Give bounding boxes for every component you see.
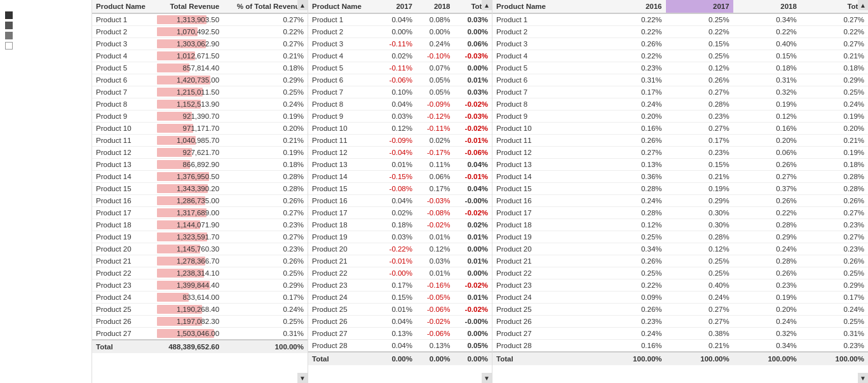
table3-scroll-up[interactable]: ▲ <box>858 0 868 10</box>
legend-box-2019 <box>5 42 13 50</box>
table3-scroll-down[interactable]: ▼ <box>858 373 868 383</box>
t2-total: -0.02% <box>454 279 492 292</box>
t2-2018: 0.05% <box>416 74 454 86</box>
legend-item-2018[interactable] <box>5 32 86 39</box>
t3-2018: 0.16% <box>733 123 801 135</box>
table3-wrapper[interactable]: Product Name 2016 2017 2018 Total Produc… <box>492 0 868 383</box>
t1-pct: 0.31% <box>223 328 308 340</box>
t3-total: 0.26% <box>801 255 868 267</box>
table-row: Product 18 1,144,071.90 0.23% <box>92 219 308 231</box>
table-row: Product 24 833,614.00 0.17% <box>92 292 308 304</box>
t3-2018: 0.06% <box>733 147 801 159</box>
t1-footer-pct: 100.00% <box>223 340 308 353</box>
t3-2016: 0.23% <box>598 62 665 74</box>
t1-product-name: Product 26 <box>92 316 157 328</box>
t2-product-name: Product 7 <box>308 86 379 98</box>
table-row: Product 11 1,040,985.70 0.21% <box>92 135 308 147</box>
t2-2017: -0.08% <box>379 183 416 195</box>
table-row: Product 7 0.17% 0.27% 0.32% 0.25% <box>492 86 868 98</box>
t3-2018: 0.28% <box>733 219 801 231</box>
table2-scroll-down[interactable]: ▼ <box>482 373 492 383</box>
t3-total: 0.27% <box>801 38 868 50</box>
t1-revenue: 1,070,492.50 <box>157 26 223 38</box>
legend-item-2017[interactable] <box>5 22 86 29</box>
t2-2018: 0.12% <box>416 243 454 255</box>
table-row: Product 13 866,892.90 0.18% <box>92 159 308 171</box>
t2-2017: 0.04% <box>379 195 416 207</box>
t3-2018: 0.27% <box>733 171 801 183</box>
t1-pct: 0.28% <box>223 171 308 183</box>
t1-pct: 0.18% <box>223 62 308 74</box>
table-row: Product 22 0.25% 0.25% 0.26% 0.25% <box>492 267 868 279</box>
t3-header-2017: 2017 <box>666 0 733 13</box>
table2-scroll-up[interactable]: ▲ <box>482 0 492 10</box>
t3-product-name: Product 28 <box>492 340 598 353</box>
table1-scroll-down[interactable]: ▼ <box>297 373 308 383</box>
t1-revenue: 1,197,082.30 <box>157 316 223 328</box>
t1-pct: 0.25% <box>223 86 308 98</box>
t2-product-name: Product 17 <box>308 207 379 219</box>
t1-revenue: 1,190,268.40 <box>157 304 223 316</box>
table-row: Product 1 1,313,903.50 0.27% <box>92 13 308 26</box>
t2-product-name: Product 13 <box>308 159 379 171</box>
table1-scroll-up[interactable]: ▲ <box>297 0 308 10</box>
t1-pct: 0.29% <box>223 279 308 292</box>
t1-pct: 0.21% <box>223 50 308 62</box>
t3-2018: 0.24% <box>733 243 801 255</box>
t1-product-name: Product 1 <box>92 13 157 26</box>
t3-2018: 0.31% <box>733 74 801 86</box>
t1-product-name: Product 17 <box>92 207 157 219</box>
t2-product-name: Product 5 <box>308 62 379 74</box>
legend-item-2016[interactable] <box>5 11 86 19</box>
t3-footer-2016: 100.00% <box>598 352 665 365</box>
t2-header-name: Product Name <box>308 0 379 13</box>
table2-wrapper[interactable]: Product Name 2017 2018 Total Product 1 0… <box>308 0 492 383</box>
t2-product-name: Product 3 <box>308 38 379 50</box>
table-row: Product 8 0.24% 0.28% 0.19% 0.24% <box>492 98 868 111</box>
t2-2018: -0.06% <box>416 328 454 340</box>
t3-2018: 0.32% <box>733 86 801 98</box>
t3-2018: 0.28% <box>733 255 801 267</box>
t3-2018: 0.24% <box>733 316 801 328</box>
t3-2018: 0.22% <box>733 207 801 219</box>
t3-2017: 0.25% <box>666 50 733 62</box>
t2-product-name: Product 28 <box>308 340 379 353</box>
t3-2017: 0.27% <box>666 86 733 98</box>
t3-total: 0.23% <box>801 243 868 255</box>
t3-total: 0.27% <box>801 13 868 26</box>
t2-2017: 0.03% <box>379 111 416 123</box>
t2-total: 0.02% <box>454 219 492 231</box>
t3-2017: 0.23% <box>666 111 733 123</box>
t1-revenue: 1,376,950.50 <box>157 171 223 183</box>
t2-2018: 0.11% <box>416 159 454 171</box>
t1-pct: 0.27% <box>223 207 308 219</box>
t3-2017: 0.25% <box>666 13 733 26</box>
t2-2017: -0.01% <box>379 255 416 267</box>
table-row: Product 27 1,503,046.00 0.31% <box>92 328 308 340</box>
t1-revenue: 866,892.90 <box>157 159 223 171</box>
table-row: Product 12 -0.04% -0.17% -0.06% <box>308 147 492 159</box>
t3-total: 0.21% <box>801 135 868 147</box>
t2-total: 0.04% <box>454 183 492 195</box>
t3-2017: 0.21% <box>666 171 733 183</box>
t1-revenue: 1,286,735.00 <box>157 195 223 207</box>
table1-wrapper[interactable]: Product Name Total Revenue % of Total Re… <box>92 0 308 383</box>
t3-2017: 0.27% <box>666 123 733 135</box>
t1-pct: 0.26% <box>223 195 308 207</box>
t1-footer-name: Total <box>92 340 157 353</box>
t3-2016: 0.28% <box>598 183 665 195</box>
t2-2017: 0.02% <box>379 50 416 62</box>
t2-2018: -0.12% <box>416 111 454 123</box>
t1-revenue: 1,215,011.50 <box>157 86 223 98</box>
t3-2018: 0.29% <box>733 231 801 243</box>
t1-product-name: Product 7 <box>92 86 157 98</box>
t1-pct: 0.29% <box>223 74 308 86</box>
table-row: Product 15 -0.08% 0.17% 0.04% <box>308 183 492 195</box>
t2-product-name: Product 24 <box>308 292 379 304</box>
legend-item-2019[interactable] <box>5 42 86 50</box>
t2-2018: 0.13% <box>416 340 454 353</box>
t1-revenue: 1,399,844.40 <box>157 279 223 292</box>
t3-total: 0.28% <box>801 171 868 183</box>
t2-2017: -0.11% <box>379 62 416 74</box>
t3-2016: 0.20% <box>598 111 665 123</box>
